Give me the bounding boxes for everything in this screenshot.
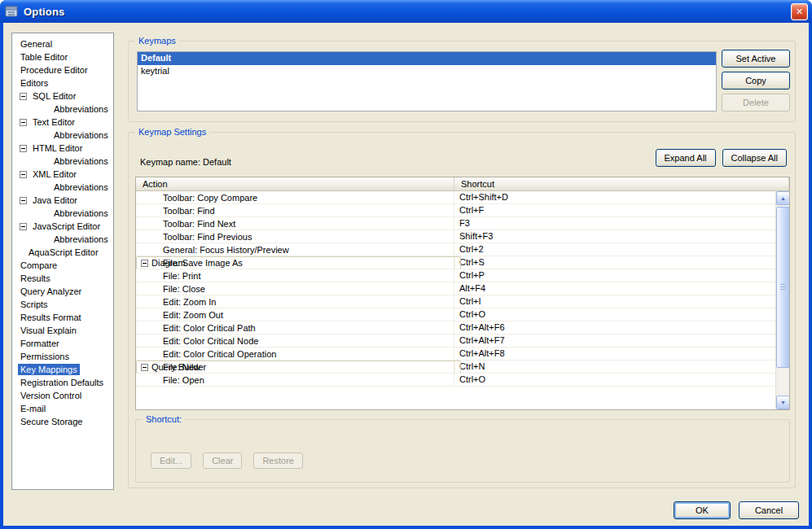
- sidebar-item[interactable]: SQL Editor: [12, 90, 113, 103]
- tree-collapse-icon[interactable]: [20, 145, 27, 152]
- sidebar-item[interactable]: Scripts: [12, 298, 113, 311]
- sidebar-item[interactable]: XML Editor: [12, 168, 113, 181]
- sidebar-item[interactable]: Secure Storage: [12, 415, 113, 428]
- keymap-list: Default keytrial: [137, 51, 717, 111]
- scroll-down-icon[interactable]: ▼: [776, 396, 790, 409]
- sidebar-item[interactable]: Abbreviations: [12, 155, 113, 168]
- edit-shortcut-button[interactable]: Edit...: [151, 452, 191, 469]
- action-label: Query Builder: [151, 362, 206, 372]
- vertical-scrollbar[interactable]: ▲ ▼: [775, 191, 789, 409]
- sidebar-item[interactable]: HTML Editor: [12, 142, 113, 155]
- sidebar-item-label: Java Editor: [30, 195, 80, 206]
- tree-collapse-icon[interactable]: [20, 197, 27, 204]
- sidebar-item[interactable]: Query Analyzer: [12, 285, 113, 298]
- action-cell: File: Open: [136, 374, 454, 386]
- sidebar-item-label: JavaScript Editor: [30, 221, 103, 232]
- sidebar-item-label: Abbreviations: [51, 181, 111, 193]
- tree-collapse-icon[interactable]: [20, 223, 27, 230]
- clear-shortcut-button[interactable]: Clear: [203, 452, 242, 469]
- action-label: Toolbar: Find Previous: [163, 232, 252, 242]
- tree-expand-buttons: Expand All Collapse All: [656, 149, 787, 167]
- sidebar-item[interactable]: E-mail: [12, 402, 113, 415]
- group-collapse-icon[interactable]: [141, 260, 148, 267]
- restore-shortcut-button[interactable]: Restore: [253, 452, 303, 469]
- action-cell: Toolbar: Find: [136, 204, 454, 216]
- keymaps-legend: Keymaps: [135, 35, 179, 46]
- set-active-button[interactable]: Set Active: [722, 50, 790, 68]
- sidebar-item[interactable]: Abbreviations: [12, 233, 113, 246]
- keymap-table-row[interactable]: Edit: Zoom Out Ctrl+O: [136, 308, 775, 321]
- sidebar-item[interactable]: Compare: [12, 259, 113, 272]
- sidebar-item[interactable]: Registration Defaults: [12, 376, 113, 389]
- cancel-button[interactable]: Cancel: [739, 501, 799, 519]
- sidebar-item[interactable]: Text Editor: [12, 116, 113, 129]
- keymap-table-row[interactable]: Query Builder: [136, 361, 461, 374]
- sidebar-item[interactable]: Abbreviations: [12, 129, 113, 142]
- sidebar-item-label: Scripts: [18, 299, 50, 310]
- tree-collapse-icon[interactable]: [20, 93, 27, 100]
- keymap-table-row[interactable]: General: Focus History/Preview Ctrl+2: [136, 243, 775, 256]
- keymap-table-row[interactable]: Edit: Zoom In Ctrl+I: [136, 295, 775, 308]
- keymap-table-row[interactable]: Toolbar: Copy Compare Ctrl+Shift+D: [136, 191, 775, 204]
- action-cell: Toolbar: Find Previous: [136, 230, 454, 243]
- sidebar-item[interactable]: AquaScript Editor: [12, 246, 113, 259]
- sidebar-item[interactable]: Formatter: [12, 337, 113, 350]
- keymap-table-row[interactable]: Edit: Color Critical Path Ctrl+Alt+F6: [136, 321, 775, 334]
- sidebar-item[interactable]: Permissions: [12, 350, 113, 363]
- category-tree: General Table Editor Procedure Editor Ed…: [11, 33, 114, 490]
- shortcut-cell: Ctrl+Alt+F8: [454, 348, 775, 360]
- sidebar-item[interactable]: Editors: [12, 77, 113, 90]
- column-header-shortcut[interactable]: Shortcut: [454, 177, 789, 190]
- sidebar-item[interactable]: Abbreviations: [12, 207, 113, 220]
- tree-collapse-icon[interactable]: [20, 119, 27, 126]
- action-cell: Edit: Color Critical Operation: [136, 348, 454, 360]
- copy-button[interactable]: Copy: [722, 72, 790, 90]
- sidebar-item[interactable]: Results: [12, 272, 113, 285]
- keymap-table-row[interactable]: File: Close Alt+F4: [136, 282, 775, 295]
- scroll-up-icon[interactable]: ▲: [776, 191, 790, 205]
- sidebar-item[interactable]: JavaScript Editor: [12, 220, 113, 233]
- delete-button[interactable]: Delete: [722, 94, 790, 111]
- close-button[interactable]: ✕: [791, 3, 808, 20]
- group-collapse-icon[interactable]: [141, 364, 148, 371]
- sidebar-item[interactable]: Visual Explain: [12, 324, 113, 337]
- sidebar-item[interactable]: Version Control: [12, 389, 113, 402]
- collapse-all-button[interactable]: Collapse All: [722, 149, 787, 167]
- sidebar-item[interactable]: Abbreviations: [12, 103, 113, 116]
- scrollbar-thumb[interactable]: [776, 207, 790, 368]
- keymap-name: keytrial: [141, 66, 169, 76]
- sidebar-item[interactable]: Abbreviations: [12, 181, 113, 194]
- sidebar-item[interactable]: Procedure Editor: [12, 63, 113, 77]
- sidebar-item[interactable]: Java Editor: [12, 194, 113, 207]
- expand-all-button[interactable]: Expand All: [656, 149, 716, 167]
- shortcut-cell: Shift+F3: [454, 230, 775, 243]
- keymaps-group: Keymaps Default keytrial Set Active Copy…: [128, 41, 796, 122]
- keymap-table-row[interactable]: Diagram: [136, 256, 461, 269]
- shortcut-cell: Ctrl+Alt+F7: [454, 334, 775, 347]
- close-icon: ✕: [796, 7, 803, 17]
- titlebar[interactable]: Options ✕: [0, 0, 812, 23]
- sidebar-item[interactable]: Table Editor: [12, 50, 113, 63]
- tree-collapse-icon[interactable]: [20, 171, 27, 178]
- keymap-table-row[interactable]: File: Open Ctrl+O: [136, 374, 775, 387]
- action-cell: Edit: Zoom In: [136, 295, 454, 308]
- keymap-table-row[interactable]: Edit: Color Critical Node Ctrl+Alt+F7: [136, 334, 775, 348]
- keymap-table-row[interactable]: Toolbar: Find Next F3: [136, 217, 775, 230]
- keymap-table-row[interactable]: Edit: Color Critical Operation Ctrl+Alt+…: [136, 348, 775, 361]
- keymap-list-item[interactable]: keytrial: [138, 65, 716, 78]
- shortcut-cell: Alt+F4: [454, 282, 775, 295]
- sidebar-item-label: Secure Storage: [18, 416, 85, 427]
- keymap-table-row[interactable]: Toolbar: Find Ctrl+F: [136, 204, 775, 217]
- column-header-action[interactable]: Action: [136, 177, 454, 190]
- sidebar-item[interactable]: Results Format: [12, 311, 113, 324]
- dialog-footer: OK Cancel: [674, 501, 799, 519]
- keymap-list-item[interactable]: Default: [138, 52, 716, 65]
- sidebar-item-label: Results Format: [18, 312, 84, 323]
- keymap-table-row[interactable]: File: Print Ctrl+P: [136, 269, 775, 282]
- sidebar-item[interactable]: General: [12, 37, 113, 50]
- keymap-table-row[interactable]: Toolbar: Find Previous Shift+F3: [136, 230, 775, 243]
- action-cell: File: Close: [136, 282, 454, 295]
- shortcut-legend: Shortcut:: [143, 413, 185, 425]
- ok-button[interactable]: OK: [674, 501, 731, 519]
- sidebar-item[interactable]: Key Mappings: [12, 363, 113, 376]
